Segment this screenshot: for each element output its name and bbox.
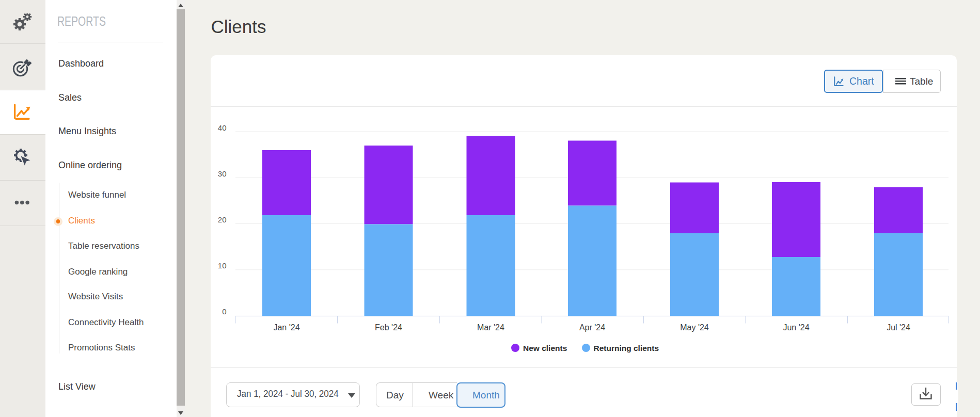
svg-text:Jan '24: Jan '24 xyxy=(273,323,299,332)
svg-text:New clients: New clients xyxy=(523,344,567,352)
svg-text:Apr '24: Apr '24 xyxy=(579,323,605,332)
svg-text:Jun '24: Jun '24 xyxy=(783,323,809,332)
svg-text:30: 30 xyxy=(218,169,227,178)
svg-text:0: 0 xyxy=(222,307,226,316)
svg-text:May '24: May '24 xyxy=(680,323,709,332)
svg-text:Jul '24: Jul '24 xyxy=(887,323,910,332)
svg-text:40: 40 xyxy=(218,123,227,132)
svg-text:10: 10 xyxy=(218,261,227,270)
svg-text:20: 20 xyxy=(218,215,227,224)
svg-text:Returning clients: Returning clients xyxy=(594,344,659,352)
svg-text:Mar '24: Mar '24 xyxy=(477,323,504,332)
svg-text:Feb '24: Feb '24 xyxy=(375,323,402,332)
